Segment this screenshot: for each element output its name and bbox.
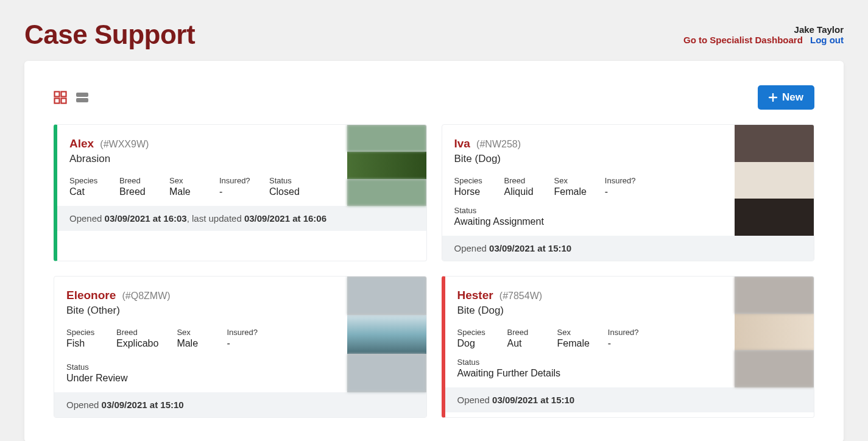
breed-value: Explicabo <box>116 338 158 349</box>
new-button-label: New <box>782 91 803 104</box>
case-grid: Alex (#WXX9W) Abrasion SpeciesCat BreedB… <box>54 124 814 418</box>
breed-value: Aliquid <box>504 186 536 197</box>
case-thumbnail <box>347 277 426 392</box>
svg-rect-4 <box>76 93 88 97</box>
species-label: Species <box>66 328 98 337</box>
species-value: Cat <box>69 186 101 197</box>
user-name: Jake Taylor <box>683 24 844 35</box>
grid-view-icon[interactable] <box>54 91 67 104</box>
status-value: Closed <box>269 186 301 197</box>
sex-value: Male <box>177 338 208 349</box>
sex-label: Sex <box>557 328 590 337</box>
species-label: Species <box>454 176 486 185</box>
status-value: Awaiting Further Details <box>457 368 723 379</box>
breed-label: Breed <box>119 176 151 185</box>
status-value: Awaiting Assignment <box>454 216 723 227</box>
case-footer: Opened 03/09/2021 at 16:03, last updated… <box>57 206 426 231</box>
case-condition: Abrasion <box>69 153 335 165</box>
case-thumbnail <box>735 277 814 387</box>
case-id: (#Q8ZMW) <box>122 291 170 301</box>
case-card[interactable]: Hester (#7854W) Bite (Dog) SpeciesDog Br… <box>442 276 815 418</box>
species-value: Horse <box>454 186 486 197</box>
case-name: Hester <box>457 289 493 302</box>
insured-value: - <box>608 338 640 349</box>
status-label: Status <box>457 358 723 367</box>
sex-label: Sex <box>169 176 201 185</box>
insured-label: Insured? <box>605 176 637 185</box>
species-label: Species <box>69 176 101 185</box>
species-value: Fish <box>66 338 98 349</box>
status-label: Status <box>269 176 301 185</box>
list-view-icon[interactable] <box>76 91 89 104</box>
page-title: Case Support <box>24 19 195 50</box>
case-name: Iva <box>454 137 470 150</box>
new-case-button[interactable]: New <box>758 85 814 110</box>
toolbar: New <box>54 85 814 110</box>
svg-rect-5 <box>76 98 88 102</box>
logout-link[interactable]: Log out <box>810 35 844 45</box>
case-footer: Opened 03/09/2021 at 15:10 <box>54 392 426 417</box>
case-name: Alex <box>69 137 94 150</box>
svg-rect-1 <box>62 92 66 97</box>
case-condition: Bite (Other) <box>66 305 335 317</box>
case-footer: Opened 03/09/2021 at 15:10 <box>442 236 814 261</box>
case-condition: Bite (Dog) <box>457 305 723 317</box>
breed-label: Breed <box>116 328 158 337</box>
sex-label: Sex <box>554 176 587 185</box>
specialist-dashboard-link[interactable]: Go to Specialist Dashboard <box>683 35 803 45</box>
breed-value: Aut <box>507 338 539 349</box>
svg-rect-0 <box>55 92 60 97</box>
status-label: Status <box>66 362 127 372</box>
insured-value: - <box>227 338 258 349</box>
svg-rect-2 <box>55 99 60 104</box>
sex-value: Female <box>554 186 587 197</box>
insured-label: Insured? <box>219 176 251 185</box>
sex-label: Sex <box>177 328 208 337</box>
sex-value: Female <box>557 338 590 349</box>
case-footer: Opened 03/09/2021 at 15:10 <box>445 387 814 412</box>
case-name: Eleonore <box>66 289 116 302</box>
case-condition: Bite (Dog) <box>454 153 723 165</box>
case-card[interactable]: Eleonore (#Q8ZMW) Bite (Other) SpeciesFi… <box>54 276 427 418</box>
case-card[interactable]: Iva (#NW258) Bite (Dog) SpeciesHorse Bre… <box>442 124 815 261</box>
case-id: (#NW258) <box>476 139 521 149</box>
breed-label: Breed <box>507 328 539 337</box>
case-thumbnail <box>347 125 426 206</box>
status-label: Status <box>454 206 723 215</box>
case-thumbnail <box>735 125 814 236</box>
insured-label: Insured? <box>227 328 258 337</box>
view-toggle <box>54 91 89 104</box>
insured-value: - <box>605 186 637 197</box>
breed-label: Breed <box>504 176 536 185</box>
user-block: Jake Taylor Go to Specialist Dashboard L… <box>683 19 844 45</box>
status-value: Under Review <box>66 373 127 384</box>
page-header: Case Support Jake Taylor Go to Specialis… <box>0 0 868 61</box>
breed-value: Breed <box>119 186 151 197</box>
cases-panel: New Alex (#WXX9W) Abrasion SpeciesCat Br… <box>24 61 844 441</box>
plus-icon <box>769 93 777 102</box>
species-label: Species <box>457 328 489 337</box>
case-id: (#WXX9W) <box>100 139 149 149</box>
insured-value: - <box>219 186 251 197</box>
species-value: Dog <box>457 338 489 349</box>
sex-value: Male <box>169 186 201 197</box>
svg-rect-3 <box>62 99 66 104</box>
case-card[interactable]: Alex (#WXX9W) Abrasion SpeciesCat BreedB… <box>54 124 427 261</box>
case-id: (#7854W) <box>499 291 542 301</box>
insured-label: Insured? <box>608 328 640 337</box>
